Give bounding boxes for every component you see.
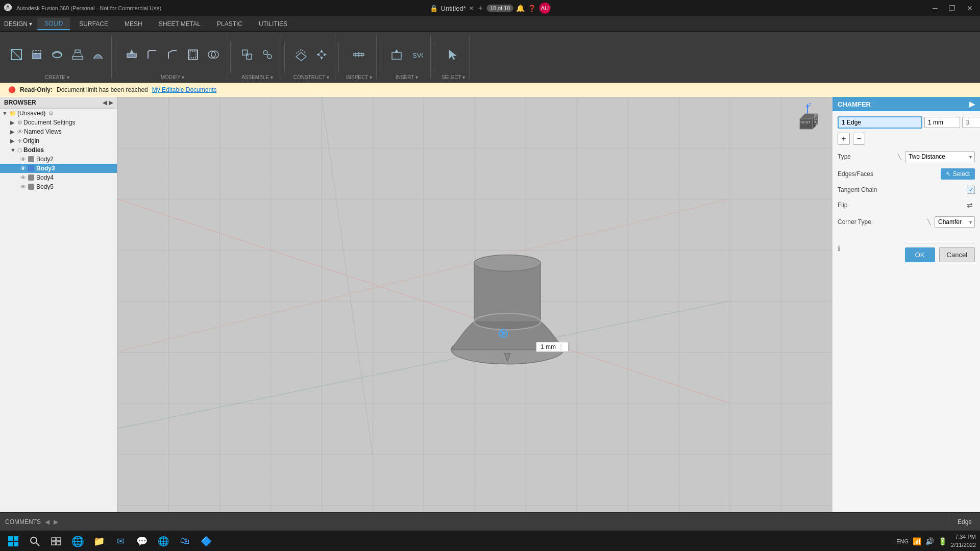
svg-line-62	[36, 543, 39, 546]
taskview-button[interactable]	[47, 532, 65, 550]
body5-eye-icon[interactable]: 👁	[20, 184, 26, 190]
shell-button[interactable]	[184, 46, 202, 63]
edge-indicator: Edge	[949, 512, 980, 531]
press-pull-button[interactable]	[122, 46, 141, 63]
chamfer-type-dropdown[interactable]: Two Distance Equal Distance Distance and…	[905, 151, 975, 162]
browser-collapse-right[interactable]: ▶	[109, 99, 113, 106]
chrome-taskbar[interactable]: 🌐	[154, 532, 173, 550]
close-doc-icon[interactable]: ✕	[469, 5, 474, 12]
viewcube[interactable]: Z FRONT RIGHT	[787, 101, 828, 142]
create-sketch-button[interactable]	[7, 46, 26, 63]
mail-taskbar[interactable]: ✉	[111, 532, 130, 550]
svg-rect-29	[392, 53, 401, 59]
insert-svg-button[interactable]: SVG	[408, 46, 426, 63]
chamfer-panel-collapse-icon[interactable]: ▶	[969, 100, 975, 108]
fusion360-taskbar[interactable]: 🔷	[197, 532, 215, 550]
search-button[interactable]	[26, 532, 44, 550]
chamfer-info-icon[interactable]: ℹ	[838, 244, 840, 253]
construct-group-label[interactable]: CONSTRUCT ▾	[293, 74, 329, 80]
readonly-icon: 🔴	[8, 86, 16, 93]
tab-utilities[interactable]: UTILITIES	[252, 18, 295, 30]
browser-item-body5[interactable]: 👁 Body5	[0, 182, 117, 191]
fillet-button[interactable]	[143, 46, 161, 63]
tab-plastic[interactable]: PLASTIC	[210, 18, 250, 30]
revolve-button[interactable]	[48, 46, 66, 63]
chamfer-edges-faces-control: ↖ Select	[941, 168, 975, 180]
user-avatar[interactable]: AU	[539, 3, 550, 14]
restore-button[interactable]: ❐	[946, 3, 959, 13]
new-tab-icon[interactable]: ＋	[477, 4, 484, 13]
browser-item-named-views[interactable]: ▶ 👁 Named Views	[0, 127, 117, 136]
comments-collapse-icon[interactable]: ▶	[54, 518, 58, 525]
viewport-3d[interactable]: 1 mm ⋮ Z FRONT	[117, 97, 832, 512]
body3-eye-icon[interactable]: 👁	[20, 165, 26, 171]
body2-eye-icon[interactable]: 👁	[20, 156, 26, 162]
assemble-new-button[interactable]	[238, 46, 256, 63]
assemble-group-label[interactable]: ASSEMBLE ▾	[241, 74, 273, 80]
svg-rect-9	[127, 54, 136, 58]
chamfer-button[interactable]	[163, 46, 182, 63]
combine-button[interactable]	[204, 46, 223, 63]
start-button[interactable]	[4, 532, 22, 550]
sweep-icon	[92, 48, 104, 61]
file-explorer-taskbar[interactable]: 📁	[90, 532, 108, 550]
select-button[interactable]	[444, 46, 462, 63]
tab-sheet-metal[interactable]: SHEET METAL	[152, 18, 208, 30]
close-button[interactable]: ✕	[964, 3, 976, 13]
notification-icon[interactable]: 🔔	[516, 4, 525, 12]
extrude-button[interactable]	[28, 46, 46, 63]
chamfer-select-button[interactable]: ↖ Select	[941, 168, 975, 180]
modify-group-label[interactable]: MODIFY ▾	[161, 74, 184, 80]
chamfer-add-button[interactable]: +	[838, 133, 850, 145]
ribbon-group-assemble: ASSEMBLE ▾	[234, 34, 281, 80]
select-group-label[interactable]: SELECT ▾	[442, 74, 465, 80]
title-center: 🔒 Untitled* ✕ ＋ 10 of 10 🔔 ❓ AU	[430, 3, 551, 14]
browser-item-doc-settings[interactable]: ▶ ⚙ Document Settings	[0, 118, 117, 127]
loft-button[interactable]	[68, 46, 87, 63]
measure-button[interactable]	[350, 46, 368, 63]
insert-group-label[interactable]: INSERT ▾	[396, 74, 418, 80]
insert-mesh-button[interactable]	[387, 46, 406, 63]
body4-eye-icon[interactable]: 👁	[20, 174, 26, 181]
create-group-label[interactable]: CREATE ▾	[45, 74, 69, 80]
browser-item-body3[interactable]: 👁 Body3	[0, 164, 117, 173]
chamfer-remove-button[interactable]: −	[853, 133, 865, 145]
edge-browser-taskbar[interactable]: 🌐	[68, 532, 87, 550]
sweep-button[interactable]	[89, 46, 107, 63]
move-button[interactable]	[312, 46, 331, 63]
chamfer-edge-input[interactable]	[838, 116, 922, 129]
store-taskbar[interactable]: 🛍	[176, 532, 194, 550]
browser-collapse-left[interactable]: ◀	[103, 99, 107, 106]
browser-item-origin[interactable]: ▶ ✛ Origin	[0, 136, 117, 145]
inspect-group-label[interactable]: INSPECT ▾	[346, 74, 372, 80]
browser-item-unsaved[interactable]: ▼ 📁 (Unsaved) ⚙	[0, 109, 117, 118]
browser-item-body2[interactable]: 👁 Body2	[0, 155, 117, 164]
chamfer-cancel-button[interactable]: Cancel	[939, 247, 975, 262]
svg-line-7	[72, 53, 75, 57]
chamfer-distance2-input[interactable]	[962, 117, 980, 128]
help-icon[interactable]: ❓	[528, 5, 536, 12]
minimize-button[interactable]: ─	[929, 3, 941, 13]
chamfer-ok-button[interactable]: OK	[905, 247, 935, 262]
flip-icon[interactable]: ⇄	[965, 200, 975, 210]
design-dropdown[interactable]: DESIGN ▾	[4, 20, 32, 28]
offset-plane-button[interactable]	[292, 46, 310, 63]
notification-bar: 🔴 Read-Only: Document limit has been rea…	[0, 83, 980, 97]
comments-expand-icon[interactable]: ◀	[45, 518, 50, 525]
tab-solid[interactable]: SOLID	[37, 18, 70, 30]
press-pull-icon	[126, 48, 138, 61]
svg-marker-22	[320, 57, 323, 60]
joint-button[interactable]	[258, 46, 277, 63]
editable-docs-link[interactable]: My Editable Documents	[152, 86, 217, 93]
body2-color-swatch	[28, 156, 34, 162]
browser-item-body4[interactable]: 👁 Body4	[0, 173, 117, 182]
browser-item-bodies[interactable]: ▼ ⬡ Bodies	[0, 145, 117, 155]
tab-mesh[interactable]: MESH	[117, 18, 150, 30]
measurement-menu-icon[interactable]: ⋮	[558, 343, 564, 350]
unsaved-settings-icon[interactable]: ⚙	[48, 110, 54, 117]
teams-taskbar[interactable]: 💬	[133, 532, 151, 550]
chamfer-distance1-input[interactable]	[924, 117, 960, 128]
tab-surface[interactable]: SURFACE	[72, 18, 115, 30]
tangent-chain-checkbox[interactable]: ✓	[967, 186, 975, 194]
chamfer-corner-type-dropdown[interactable]: Chamfer Miter Blend	[935, 216, 975, 228]
